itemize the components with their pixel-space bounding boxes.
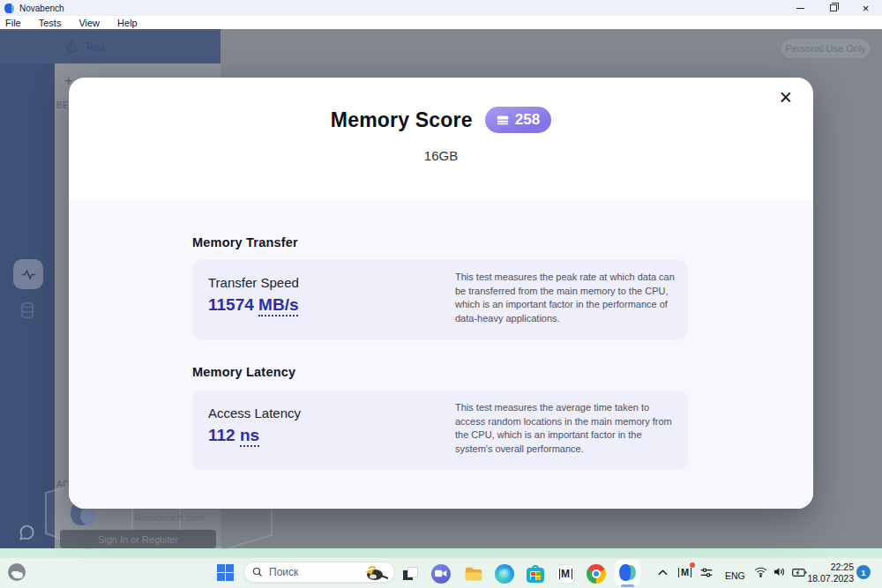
microsoft-store-icon: [526, 564, 545, 584]
desktop-wallpaper-strip: [0, 548, 882, 557]
metric-description: This test measures the peak rate at whic…: [455, 271, 677, 325]
ram-icon: [497, 115, 509, 125]
menu-tests[interactable]: Tests: [39, 18, 71, 28]
windows-logo-icon: [217, 573, 225, 581]
metric-label: Transfer Speed: [208, 275, 299, 290]
memory-score-modal: × Memory Score 258 16GB Memory Transfer …: [69, 78, 813, 509]
window-titlebar: Novabench ×: [0, 0, 882, 16]
chrome-icon: [587, 564, 606, 584]
tray-mixer-button[interactable]: [700, 567, 713, 578]
score-pill: 258: [485, 107, 551, 133]
wifi-button[interactable]: [754, 566, 767, 577]
novabench-site-link[interactable]: Novabench.com: [134, 512, 205, 523]
section-heading-transfer: Memory Transfer: [192, 235, 298, 249]
search-highlight-bird-icon: [360, 564, 390, 582]
menu-view[interactable]: View: [78, 18, 108, 28]
metric-value: 11574 MB/s: [208, 295, 298, 315]
date-label: 18.07.2023: [804, 573, 854, 584]
menu-file[interactable]: File: [5, 18, 30, 28]
restore-button[interactable]: [817, 0, 849, 16]
search-placeholder-text: Поиск: [269, 566, 298, 578]
teams-chat-icon: [431, 564, 451, 584]
teams-chat-button[interactable]: [431, 564, 451, 584]
minimize-icon: [796, 8, 804, 9]
m-app-icon: M: [556, 564, 575, 584]
tab-test-label: Test: [85, 41, 105, 53]
metric-unit[interactable]: ns: [240, 426, 259, 447]
chrome-button[interactable]: [587, 564, 606, 584]
microsoft-store-button[interactable]: [526, 564, 545, 584]
modal-results-area: Memory Transfer Transfer Speed 11574 MB/…: [69, 200, 813, 509]
novabench-taskbar-button[interactable]: [615, 560, 640, 585]
database-icon: [19, 301, 35, 319]
store-pane: [531, 577, 535, 580]
file-explorer-button[interactable]: [464, 564, 483, 584]
metric-value: 112 ns: [208, 426, 259, 445]
menu-help[interactable]: Help: [117, 18, 146, 28]
widgets-weather-icon[interactable]: [8, 563, 26, 581]
menu-bar: File Tests View Help: [0, 16, 882, 29]
video-camera-icon: [435, 569, 447, 578]
metric-label: Access Latency: [208, 406, 301, 421]
rail-item-results[interactable]: [19, 301, 35, 319]
screen-root: Novabench × File Tests View Help Test Pe…: [0, 0, 882, 588]
store-window: [530, 571, 541, 580]
metric-number: 112: [208, 426, 235, 444]
license-badge: Personal Use Only: [781, 39, 870, 58]
stopwatch-icon: [65, 41, 78, 53]
tab-band: Test: [0, 29, 220, 63]
close-icon: ×: [863, 3, 870, 14]
window-controls: ×: [784, 0, 882, 16]
activity-pulse-icon: [20, 266, 37, 283]
close-button[interactable]: ×: [849, 0, 882, 16]
time-label: 22:25: [804, 562, 854, 573]
memory-size-label: 16GB: [69, 148, 813, 163]
clock[interactable]: 22:25 18.07.2023: [804, 562, 854, 585]
rail-item-benchmark[interactable]: [13, 259, 43, 289]
chat-bubble-icon: [18, 524, 36, 542]
metric-unit[interactable]: MB/s: [258, 295, 298, 316]
tray-m-app-button[interactable]: M: [677, 565, 692, 580]
section-heading-latency: Memory Latency: [192, 365, 295, 379]
sign-in-button[interactable]: Sign In or Register: [60, 530, 216, 548]
transfer-speed-card: Transfer Speed 11574 MB/s This test meas…: [192, 260, 688, 339]
score-value: 258: [515, 111, 540, 129]
edge-button[interactable]: [495, 564, 514, 584]
store-pane: [536, 572, 541, 576]
speaker-icon: [773, 566, 786, 577]
language-indicator[interactable]: ENG: [725, 567, 745, 583]
task-view-button[interactable]: [402, 566, 418, 582]
m-logo-glyph: M: [678, 568, 691, 577]
minimize-button[interactable]: [784, 0, 817, 16]
folder-icon: [464, 564, 483, 584]
active-app-indicator: [621, 584, 634, 587]
language-label: ENG: [725, 570, 745, 581]
task-view-icon: [407, 567, 418, 577]
start-button[interactable]: [217, 564, 234, 581]
modal-title-row: Memory Score 258: [69, 78, 813, 133]
novabench-taskbar-icon: [619, 564, 636, 581]
rail-item-chat[interactable]: [18, 524, 36, 542]
store-pane: [536, 577, 541, 580]
panel-benchmarks-label[interactable]: BE: [56, 100, 69, 110]
restore-icon: [830, 4, 837, 11]
wifi-icon: [754, 566, 767, 577]
notification-count-badge[interactable]: 1: [856, 565, 871, 579]
modal-close-button[interactable]: ×: [775, 83, 796, 112]
tray-overflow-button[interactable]: [658, 569, 668, 576]
window-title: Novabench: [19, 4, 64, 13]
taskbar-search[interactable]: Поиск: [243, 562, 395, 583]
search-icon: [252, 567, 263, 577]
windows-logo-icon: [217, 564, 225, 572]
metric-description: This test measures the average time take…: [455, 401, 677, 456]
novabench-logo-icon: [4, 4, 14, 13]
store-pane: [531, 572, 535, 576]
notification-dot: [690, 562, 695, 568]
volume-button[interactable]: [773, 566, 786, 577]
m-app-button[interactable]: M: [556, 564, 575, 584]
chevron-up-icon: [658, 569, 668, 576]
access-latency-card: Access Latency 112 ns This test measures…: [192, 391, 688, 470]
m-logo-glyph: M: [559, 569, 572, 579]
tab-test[interactable]: Test: [65, 29, 105, 63]
edge-icon: [495, 564, 514, 584]
